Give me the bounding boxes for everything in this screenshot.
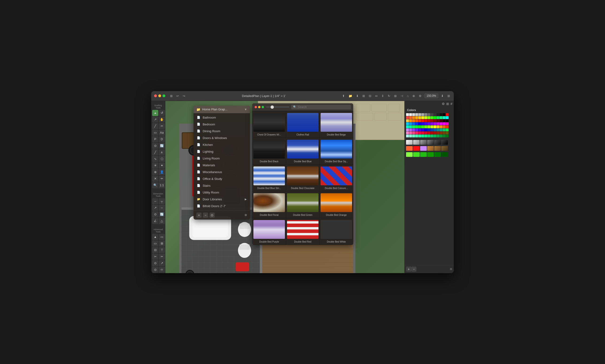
color-swatch[interactable] [406, 119, 409, 122]
lib-item-kitchen[interactable]: 📄 Kitchen [193, 141, 250, 148]
adv-text-tool[interactable]: ⊤ [159, 247, 165, 253]
adv-cut2-tool[interactable]: ✂ [159, 254, 165, 260]
triangle-tool[interactable]: △ [159, 218, 165, 224]
color-swatch[interactable] [434, 135, 436, 137]
color-swatch[interactable] [443, 131, 446, 134]
color-swatch[interactable] [409, 131, 412, 134]
flip-v-button[interactable]: ⇕ [380, 94, 385, 98]
color-swatch[interactable] [409, 125, 412, 128]
color-swatch[interactable] [409, 113, 412, 116]
diagonal-tool[interactable]: ╱ [152, 149, 158, 156]
arc-tool[interactable]: D [159, 136, 165, 142]
color-swatch[interactable] [421, 113, 424, 116]
home-button[interactable]: ⌂ [406, 94, 410, 98]
color-swatch[interactable] [434, 119, 436, 122]
undo-button[interactable]: ↩ [175, 94, 180, 98]
gradient-swatch[interactable] [434, 140, 441, 145]
color-swatch[interactable] [406, 113, 409, 116]
color-swatch[interactable] [425, 116, 427, 119]
color-swatch[interactable] [412, 116, 415, 119]
color-swatch[interactable] [421, 116, 424, 119]
color-swatch[interactable] [409, 135, 412, 137]
color-swatch[interactable] [415, 113, 418, 116]
line-tool[interactable]: ╱ [152, 123, 158, 129]
gfx-item-bed-blue[interactable]: Double Bed Blue [286, 138, 319, 164]
color-swatch[interactable] [440, 113, 442, 116]
canvas-area[interactable]: 📁 Home Plan Grap... ▼ 📄 Bathroom 📄 Bedro… [165, 101, 404, 273]
color-swatch[interactable] [430, 113, 433, 116]
color-swatch[interactable] [425, 122, 427, 125]
color-swatch[interactable] [446, 131, 449, 134]
lib-item-office[interactable]: 📄 Office & Study [193, 175, 250, 182]
fullscreen-button[interactable] [163, 94, 165, 97]
color-swatch[interactable] [425, 131, 427, 134]
gfx-item-partial2[interactable]: Double Bed Red [286, 218, 319, 245]
gfx-item-bed-black[interactable]: Double Bed Black [253, 138, 286, 164]
color-swatch[interactable] [440, 125, 442, 128]
color-swatch[interactable] [427, 122, 430, 125]
colors-remove-button[interactable]: − [411, 267, 416, 272]
gfx-item-bed-orange[interactable]: Double Bed Orange [320, 191, 353, 218]
color-swatch[interactable] [406, 122, 409, 125]
cut-tool[interactable]: ✂ [159, 123, 165, 129]
color-swatch[interactable] [409, 119, 412, 122]
color-swatch[interactable] [418, 129, 421, 131]
color-swatch[interactable] [406, 131, 409, 134]
color-swatch[interactable] [415, 125, 418, 128]
gfx-close-button[interactable] [255, 106, 257, 108]
green-swatch[interactable] [427, 152, 434, 157]
color-swatch[interactable] [418, 122, 421, 125]
color-swatch[interactable] [446, 119, 449, 122]
adv-cut-tool[interactable]: ✂ [152, 254, 158, 260]
filter-icon[interactable]: ⚙ [442, 102, 445, 106]
curve-tool[interactable]: 🔄 [159, 143, 165, 149]
color-swatch[interactable] [412, 113, 415, 116]
gradient-swatch[interactable] [413, 140, 420, 145]
color-swatch[interactable] [412, 131, 415, 134]
adv-circle2-tool[interactable]: ⊙ [152, 267, 158, 273]
colors-settings-icon[interactable]: ⚙ [450, 268, 452, 271]
select-tool[interactable]: ▲ [152, 110, 158, 116]
rotate-button[interactable]: ↻ [387, 94, 391, 98]
radius-tool[interactable]: ⊙ [152, 211, 158, 218]
adv-grid2-tool[interactable]: ⊟ [152, 247, 158, 253]
color-swatch[interactable] [427, 113, 430, 116]
color-swatch[interactable] [440, 119, 442, 122]
pan-tool[interactable]: ✋ [159, 117, 165, 123]
person-tool[interactable]: 👤 [159, 169, 165, 175]
color-swatch[interactable] [430, 116, 433, 119]
color-swatch[interactable] [406, 129, 409, 131]
lib-circle-button[interactable]: ⊙ [209, 212, 215, 218]
color-swatch[interactable] [415, 122, 418, 125]
accent-swatch[interactable] [420, 146, 427, 151]
gfx-item-partial1[interactable]: Double Bed Purple [253, 218, 286, 245]
gfx-item-more[interactable]: Double Bed White [320, 218, 353, 245]
redo-button[interactable]: ↪ [182, 94, 186, 98]
color-swatch[interactable] [412, 122, 415, 125]
color-swatch[interactable] [443, 125, 446, 128]
lib-settings-icon[interactable]: ⚙ [245, 213, 247, 217]
gradient-swatch[interactable] [406, 140, 413, 145]
color-swatch[interactable] [443, 129, 446, 131]
gradient-swatch[interactable] [420, 140, 427, 145]
color-swatch[interactable] [434, 122, 436, 125]
green-swatch[interactable] [420, 152, 427, 157]
brown-swatch[interactable] [441, 146, 448, 151]
vert-dim-tool[interactable]: ┬ [159, 198, 165, 204]
x-tool[interactable]: ✕ [152, 176, 158, 182]
gfx-item-bed-green[interactable]: Double Bed Green [286, 191, 319, 218]
color-swatch[interactable] [434, 116, 436, 119]
color-swatch[interactable] [443, 116, 446, 119]
color-swatch[interactable] [430, 119, 433, 122]
color-swatch[interactable] [427, 135, 430, 137]
settings-button[interactable]: ⚙ [418, 94, 423, 98]
lib-item-bedroom[interactable]: 📄 Bedroom [193, 121, 250, 128]
color-swatch[interactable] [430, 129, 433, 131]
color-swatch[interactable] [440, 116, 442, 119]
adv-circle-tool[interactable]: ⊙ [152, 260, 158, 266]
colors-add-button[interactable]: + [406, 267, 411, 272]
gfx-slider-track[interactable] [266, 107, 289, 107]
gfx-expand-button[interactable] [262, 106, 264, 108]
color-swatch[interactable] [446, 125, 449, 128]
color-swatch[interactable] [415, 119, 418, 122]
